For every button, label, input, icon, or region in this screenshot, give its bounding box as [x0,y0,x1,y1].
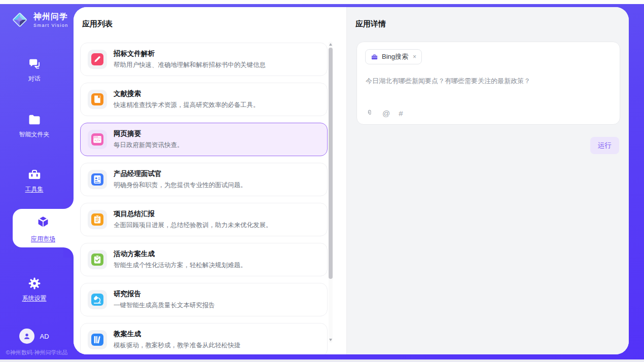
app-list-panel: 应用列表 招标文件解析 帮助用户快速、准确地理解和解析招标书中的关键信息 [74,7,346,354]
app-description: 帮助用户快速、准确地理解和解析招标书中的关键信息 [114,61,266,69]
app-card-event-plan[interactable]: 活动方案生成 智能生成个性化活动方案，轻松解决规划难题。 [80,243,328,276]
app-title: 网页摘要 [114,129,184,138]
browser-code-icon: </> [91,133,103,146]
brand-text: 神州问学 Smart Vision [33,12,68,28]
books-icon [91,334,103,346]
app-window: 神州问学 Smart Vision 对话 智能文件夹 工具 [0,0,644,362]
app-description: 明确身份和职责，为您提供专业性的面试问题。 [114,181,247,190]
window-bottom-edge [0,359,644,362]
app-detail-panel: 应用详情 Bing搜索 × 今日湖北有哪些新闻要点？有哪些需要关注的最新政策？ [346,7,629,354]
app-description: 一键智能生成高质量长文本研究报告 [114,301,215,310]
app-title: 产品经理面试官 [114,169,247,178]
clipboard-check-icon [91,254,103,266]
sidebar-item-label: 系统设置 [0,294,68,303]
app-description: 智能生成个性化活动方案，轻松解决规划难题。 [114,261,247,270]
svg-text:</>: </> [94,138,100,142]
app-title: 招标文件解析 [114,49,266,58]
paperclip-icon[interactable] [366,108,374,118]
app-detail-title: 应用详情 [355,19,386,29]
app-list-title: 应用列表 [82,19,113,29]
tool-chip-bing-search[interactable]: Bing搜索 × [365,49,422,64]
mention-icon[interactable]: @ [382,109,390,118]
app-title: 活动方案生成 [114,249,247,259]
brand-diamond-icon [10,10,29,29]
prompt-input[interactable]: 今日湖北有哪些新闻要点？有哪些需要关注的最新政策？ [366,77,612,86]
brand-subtitle: Smart Vision [33,23,68,28]
toolbox-icon [27,167,42,182]
active-tab-curve-bottom [63,247,74,258]
user-avatar-icon [22,332,31,341]
sidebar-item-label: 工具集 [0,185,68,194]
chip-close-icon[interactable]: × [413,53,416,60]
book-icon [91,93,103,105]
app-icon-tile [88,250,107,269]
briefcase-icon [371,53,378,61]
hash-icon[interactable]: # [399,109,403,118]
folder-icon [27,113,42,127]
scrollbar-thumb[interactable] [329,48,333,279]
scroll-up-arrow[interactable] [329,43,332,46]
cube-icon [35,214,51,229]
sidebar-item-label: 智能文件夹 [0,130,68,139]
sidebar-item-toolset[interactable]: 工具集 [0,167,68,194]
run-button[interactable]: 运行 [590,137,619,154]
prompt-toolbar: @ # [366,108,403,118]
app-list-scrollbar[interactable] [329,42,333,343]
microscope-icon [91,294,103,306]
app-card-project-summary[interactable]: 项目总结汇报 全面回顾项目进展，总结经验教训，助力未来优化发展。 [80,203,328,236]
gear-icon [27,276,42,291]
brand-logo: 神州问学 Smart Vision [10,10,68,29]
app-card-bid-analysis[interactable]: 招标文件解析 帮助用户快速、准确地理解和解析招标书中的关键信息 [80,43,328,76]
sidebar-item-smart-folder[interactable]: 智能文件夹 [0,113,68,139]
sidebar-item-chat[interactable]: 对话 [0,57,68,83]
app-card-lesson-plan[interactable]: 教案生成 模板驱动，教案秒成，教学准备从此轻松快捷 [80,323,328,354]
app-list: 招标文件解析 帮助用户快速、准确地理解和解析招标书中的关键信息 文献搜索 快速精… [80,43,328,354]
avatar [19,329,34,344]
app-icon-tile [88,210,107,229]
user-name: AD [40,333,49,340]
app-icon-tile: </> [88,130,107,149]
copyright-footer: ©神州数码·神州问学出品 [0,349,74,356]
pen-square-icon [91,53,103,65]
tool-chip-label: Bing搜索 [382,52,408,61]
app-icon-tile [88,170,107,189]
app-description: 快速精准查找学术资源，提高研究效率的必备工具。 [114,101,260,110]
brand-name: 神州问学 [33,12,68,22]
app-description: 全面回顾项目进展，总结经验教训，助力未来优化发展。 [114,221,272,230]
app-card-webpage-summary[interactable]: </> 网页摘要 每日政府新闻资讯快查。 [80,123,328,156]
app-icon-tile [88,330,107,349]
sidebar-item-settings[interactable]: 系统设置 [0,276,68,303]
chat-icon [27,57,42,71]
app-title: 教案生成 [114,330,240,339]
app-icon-tile [88,50,107,69]
app-description: 模板驱动，教案秒成，教学准备从此轻松快捷 [114,341,240,350]
scroll-down-arrow[interactable] [329,339,332,341]
user-account[interactable]: AD [0,329,68,344]
app-card-literature-search[interactable]: 文献搜索 快速精准查找学术资源，提高研究效率的必备工具。 [80,83,328,116]
app-title: 文献搜索 [114,89,260,98]
app-card-pm-interviewer[interactable]: 产品经理面试官 明确身份和职责，为您提供专业性的面试问题。 [80,163,328,196]
app-icon-tile [88,90,107,109]
sidebar-item-app-market[interactable]: 应用市场 [13,209,74,247]
app-icon-tile [88,290,107,309]
app-title: 研究报告 [114,289,215,299]
app-card-research-report[interactable]: 研究报告 一键智能生成高质量长文本研究报告 [80,283,328,316]
resume-person-icon [91,173,103,186]
app-description: 每日政府新闻资讯快查。 [114,141,184,150]
sidebar: 神州问学 Smart Vision 对话 智能文件夹 工具 [0,4,74,359]
prompt-card[interactable]: Bing搜索 × 今日湖北有哪些新闻要点？有哪些需要关注的最新政策？ @ # [356,42,620,125]
active-tab-curve-top [63,199,74,209]
sidebar-item-label: 对话 [0,75,68,83]
sidebar-item-label: 应用市场 [13,235,74,243]
clipboard-lines-icon [91,213,103,226]
content-area: 应用列表 招标文件解析 帮助用户快速、准确地理解和解析招标书中的关键信息 [74,7,629,354]
app-title: 项目总结汇报 [114,209,272,219]
